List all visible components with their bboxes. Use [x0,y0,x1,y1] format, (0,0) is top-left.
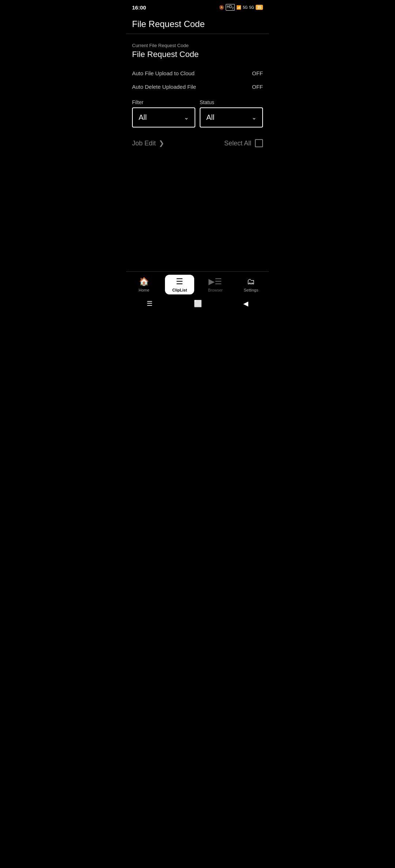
status-group: Status All ⌄ [200,99,263,127]
filter-dropdown-value: All [139,113,147,122]
auto-delete-value: OFF [252,84,263,90]
select-all-right[interactable]: Select All [224,139,263,147]
auto-upload-value: OFF [252,70,263,76]
nav-label-settings: Settings [244,288,258,292]
job-edit-left[interactable]: Job Edit ❯ [132,139,164,147]
system-nav-back-icon[interactable]: ◀ [243,300,248,308]
nav-item-settings[interactable]: 🗂 Settings [236,275,266,294]
job-edit-row: Job Edit ❯ Select All [132,133,263,153]
current-code-label: Current File Request Code [132,43,263,48]
nav-label-cliplist: ClipList [172,288,187,292]
system-nav-menu-icon[interactable]: ☰ [147,300,153,308]
status-dropdown[interactable]: All ⌄ [200,107,263,127]
system-nav: ☰ ⬜ ◀ [126,296,269,313]
nav-items: 🏠 Home ☰ ClipList ▶☰ Browser 🗂 Settings [126,272,269,296]
battery-indicator: 35 [256,5,263,10]
auto-upload-row[interactable]: Auto File Upload to Cloud OFF [132,66,263,80]
current-code-value: File Request Code [132,50,263,59]
wifi-icon: 📶 [236,5,241,10]
content-spacer [132,153,263,266]
nav-item-home[interactable]: 🏠 Home [129,275,159,294]
status-dropdown-value: All [206,113,214,122]
signal2-icon: 5G [249,5,254,9]
auto-delete-label: Auto Delete Uploaded File [132,84,196,90]
status-label: Status [200,99,263,105]
filter-chevron-down-icon: ⌄ [184,114,189,121]
hd-icon: HD2 [226,4,235,11]
file-request-code-section: Current File Request Code File Request C… [132,40,263,66]
nav-item-browser[interactable]: ▶☰ Browser [201,275,230,294]
signal1-icon: 5G [243,5,248,9]
filter-label: Filter [132,99,195,105]
status-time: 16:00 [132,4,146,11]
select-all-checkbox[interactable] [255,139,263,147]
browser-icon: ▶☰ [208,277,222,286]
mute-icon: 🔕 [219,5,224,10]
filter-dropdown[interactable]: All ⌄ [132,107,195,127]
home-icon: 🏠 [139,277,149,286]
filter-group: Filter All ⌄ [132,99,195,127]
job-edit-chevron-right-icon: ❯ [159,139,164,147]
cliplist-icon: ☰ [176,277,183,286]
page-title: File Request Code [126,13,269,34]
select-all-label: Select All [224,140,251,147]
job-edit-label: Job Edit [132,140,156,147]
settings-icon: 🗂 [247,277,255,286]
filter-row: Filter All ⌄ Status All ⌄ [132,99,263,127]
auto-delete-row[interactable]: Auto Delete Uploaded File OFF [132,80,263,94]
system-nav-home-icon[interactable]: ⬜ [194,300,202,308]
status-bar: 16:00 🔕 HD2 📶 5G 5G 35 [126,0,269,13]
nav-label-browser: Browser [208,288,223,292]
auto-upload-label: Auto File Upload to Cloud [132,70,195,76]
bottom-nav: 🏠 Home ☰ ClipList ▶☰ Browser 🗂 Settings … [126,271,269,313]
main-content: Current File Request Code File Request C… [126,34,269,271]
nav-item-cliplist[interactable]: ☰ ClipList [165,275,194,294]
status-chevron-down-icon: ⌄ [252,114,256,121]
nav-label-home: Home [139,288,149,292]
status-icons: 🔕 HD2 📶 5G 5G 35 [219,4,263,11]
